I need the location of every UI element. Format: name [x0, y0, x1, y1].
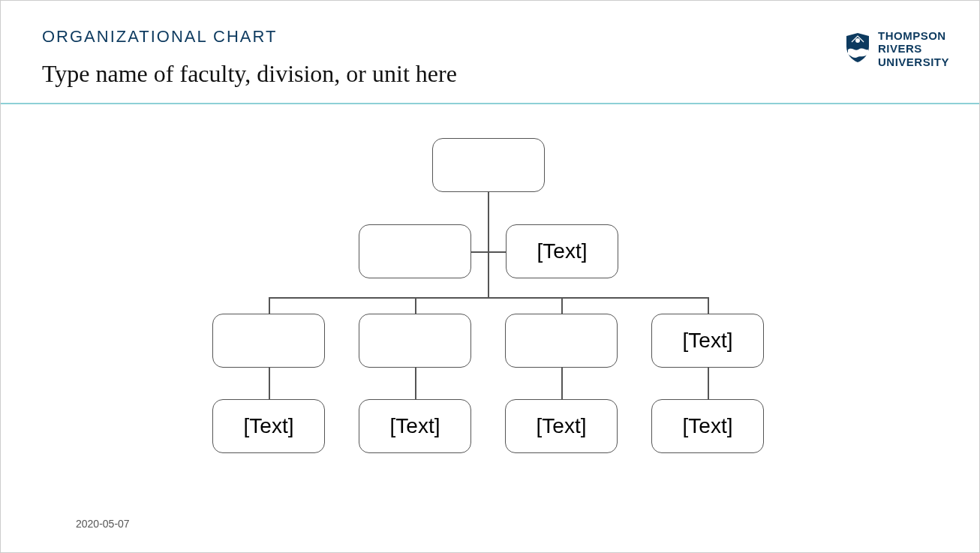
- connector: [415, 297, 416, 314]
- org-node-l3-top-2[interactable]: [359, 314, 471, 368]
- tru-logo: THOMPSON RIVERS UNIVERSITY: [843, 29, 949, 68]
- connector: [488, 251, 506, 253]
- logo-line2: RIVERS: [878, 42, 949, 55]
- subtitle-placeholder[interactable]: Type name of faculty, division, or unit …: [42, 60, 938, 88]
- header: ORGANIZATIONAL CHART Type name of facult…: [1, 1, 979, 104]
- logo-text: THOMPSON RIVERS UNIVERSITY: [878, 29, 949, 68]
- org-node-l3-bottom-3[interactable]: [Text]: [505, 399, 618, 453]
- chart-label: ORGANIZATIONAL CHART: [42, 27, 938, 47]
- org-node-root[interactable]: [432, 138, 545, 192]
- connector: [415, 368, 416, 399]
- org-node-l3-top-1[interactable]: [212, 314, 325, 368]
- footer-date: 2020-05-07: [76, 518, 130, 530]
- logo-line3: UNIVERSITY: [878, 56, 949, 68]
- org-node-l2-left[interactable]: [359, 224, 471, 278]
- shield-icon: [843, 32, 872, 66]
- org-node-l3-bottom-4[interactable]: [Text]: [651, 399, 764, 453]
- org-chart-canvas: [Text] [Text] [Text] [Text] [Text] [Text…: [1, 102, 980, 522]
- connector: [708, 368, 709, 399]
- connector: [561, 368, 563, 399]
- connector: [269, 297, 270, 314]
- connector: [269, 297, 708, 299]
- org-node-l3-top-3[interactable]: [505, 314, 618, 368]
- connector: [708, 297, 709, 314]
- logo-line1: THOMPSON: [878, 29, 949, 42]
- org-node-l2-right[interactable]: [Text]: [506, 224, 618, 278]
- org-node-l3-bottom-2[interactable]: [Text]: [359, 399, 471, 453]
- connector: [488, 192, 489, 252]
- svg-point-0: [855, 38, 860, 43]
- org-node-l3-bottom-1[interactable]: [Text]: [212, 399, 325, 453]
- connector: [269, 368, 270, 399]
- connector: [561, 297, 563, 314]
- connector: [471, 251, 488, 253]
- org-node-l3-top-4[interactable]: [Text]: [651, 314, 764, 368]
- connector: [488, 252, 489, 297]
- slide: ORGANIZATIONAL CHART Type name of facult…: [0, 0, 980, 553]
